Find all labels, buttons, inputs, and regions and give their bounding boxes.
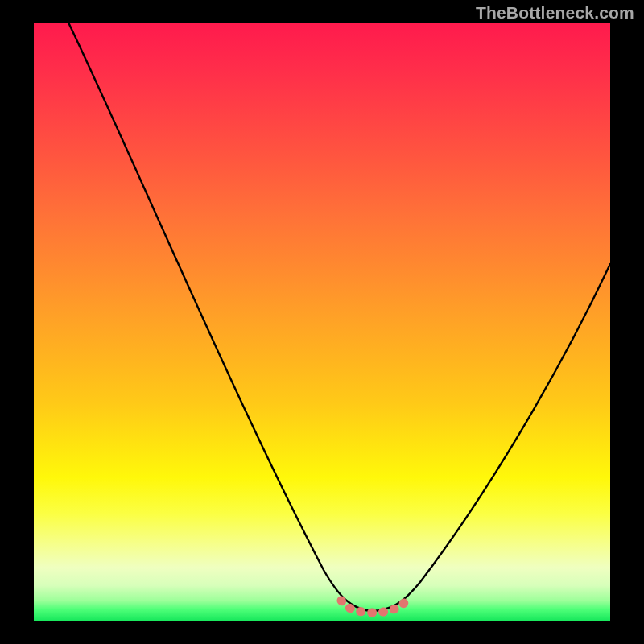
flat-bottom-marker — [341, 601, 406, 613]
plot-area — [34, 23, 610, 621]
curve-svg — [34, 23, 610, 621]
watermark-text: TheBottleneck.com — [476, 3, 634, 23]
bottleneck-curve — [68, 23, 610, 611]
chart-frame: TheBottleneck.com — [0, 0, 644, 644]
